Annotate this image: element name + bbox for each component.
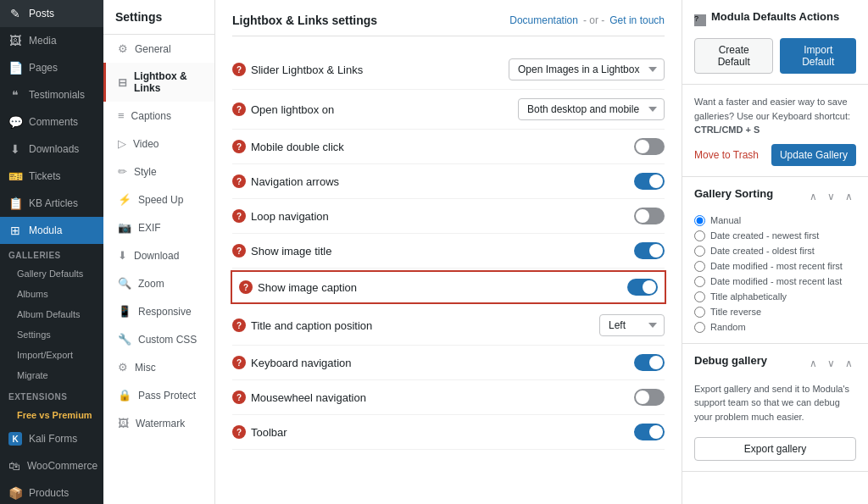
setting-label-text: Title and caption position <box>251 319 372 332</box>
sort-option-title-reverse[interactable]: Title reverse <box>694 307 856 318</box>
setting-loop-navigation: ? Loop navigation <box>232 199 665 234</box>
loop-navigation-toggle[interactable] <box>634 208 665 224</box>
sidebar-item-pages[interactable]: 📄 Pages <box>0 54 103 81</box>
get-in-touch-link[interactable]: Get in touch <box>609 14 665 26</box>
pass-protect-nav-icon: 🔒 <box>118 389 131 402</box>
settings-nav-item-captions[interactable]: ≡ Captions <box>103 102 214 130</box>
import-default-button[interactable]: Import Default <box>780 38 856 74</box>
settings-nav-item-pass-protect[interactable]: 🔒 Pass Protect <box>103 381 214 409</box>
setting-label: ? Mobile double click <box>232 140 634 153</box>
title-caption-position-select[interactable]: Left Center Right <box>599 314 665 336</box>
exif-nav-icon: 📷 <box>118 221 131 234</box>
help-badge[interactable]: ? <box>232 174 246 188</box>
open-lightbox-select[interactable]: Both desktop and mobile Desktop only Mob… <box>518 98 665 120</box>
sidebar-item-kb-articles[interactable]: 📋 KB Articles <box>0 190 103 217</box>
custom-css-nav-icon: 🔧 <box>118 333 131 346</box>
setting-show-image-caption: ? Show image caption <box>231 270 666 304</box>
sort-option-title-alpha[interactable]: Title alphabetically <box>694 291 856 302</box>
pages-icon: 📄 <box>8 61 22 75</box>
sidebar-subitem-album-defaults[interactable]: Album Defaults <box>0 304 103 324</box>
create-default-button[interactable]: Create Default <box>694 38 773 74</box>
collapse-up-button[interactable]: ∧ <box>806 189 821 204</box>
sort-option-manual[interactable]: Manual <box>694 215 856 226</box>
toggle-slider <box>634 173 665 190</box>
setting-show-image-title: ? Show image title <box>232 234 665 269</box>
setting-label-text: Slider Lightbox & Links <box>251 64 363 76</box>
help-badge[interactable]: ? <box>239 280 253 294</box>
settings-nav-item-video[interactable]: ▷ Video <box>103 130 214 158</box>
help-badge[interactable]: ? <box>232 390 246 404</box>
settings-nav-item-watermark[interactable]: 🖼 Watermark <box>103 409 214 437</box>
move-to-trash-link[interactable]: Move to Trash <box>694 149 759 161</box>
collapse-close-button[interactable]: ∧ <box>842 189 856 204</box>
sidebar-item-modula[interactable]: ⊞ Modula <box>0 217 103 244</box>
sidebar-item-comments[interactable]: 💬 Comments <box>0 108 103 136</box>
settings-nav-item-general[interactable]: ⚙ General <box>103 35 214 63</box>
mobile-double-click-toggle[interactable] <box>634 138 665 155</box>
lightbox-nav-icon: ⊟ <box>118 76 127 89</box>
sidebar-item-testimonials[interactable]: ❝ Testimonials <box>0 81 103 108</box>
setting-label-text: Toolbar <box>251 426 287 439</box>
debug-collapse-down[interactable]: ∨ <box>824 356 838 371</box>
sidebar-item-posts[interactable]: ✎ Posts <box>0 0 103 27</box>
settings-nav-item-download[interactable]: ⬇ Download <box>103 241 214 269</box>
settings-nav-item-responsive[interactable]: 📱 Responsive <box>103 297 214 325</box>
sort-option-date-oldest[interactable]: Date created - oldest first <box>694 246 856 257</box>
settings-nav-item-style[interactable]: ✏ Style <box>103 158 214 186</box>
help-badge[interactable]: ? <box>232 102 246 116</box>
settings-nav-item-misc[interactable]: ⚙ Misc <box>103 353 214 381</box>
sidebar-subitem-migrate[interactable]: Migrate <box>0 365 103 385</box>
sidebar-subitem-albums[interactable]: Albums <box>0 284 103 304</box>
documentation-link[interactable]: Documentation <box>509 14 578 26</box>
sidebar-subitem-settings[interactable]: Settings <box>0 324 103 345</box>
help-badge[interactable]: ? <box>232 318 246 332</box>
sidebar-item-media[interactable]: 🖼 Media <box>0 27 103 54</box>
toggle-slider <box>634 138 665 155</box>
setting-label: ? Navigation arrows <box>232 174 634 188</box>
export-gallery-button[interactable]: Export gallery <box>694 437 856 461</box>
help-badge[interactable]: ? <box>232 356 246 369</box>
settings-nav-item-zoom[interactable]: 🔍 Zoom <box>103 269 214 297</box>
debug-collapse-close[interactable]: ∧ <box>842 356 856 371</box>
mousewheel-navigation-toggle[interactable] <box>634 389 665 406</box>
sort-option-modified-recent[interactable]: Date modified - most recent first <box>694 261 856 272</box>
help-badge[interactable]: ? <box>694 14 706 26</box>
collapse-down-button[interactable]: ∨ <box>824 189 838 204</box>
modula-icon: ⊞ <box>8 224 22 237</box>
sidebar-item-kali-forms[interactable]: K Kali Forms <box>0 425 103 452</box>
help-badge[interactable]: ? <box>232 244 246 258</box>
toggle-slider <box>634 242 665 259</box>
debug-collapse-up[interactable]: ∧ <box>806 356 821 371</box>
sidebar-subitem-import-export[interactable]: Import/Export <box>0 345 103 365</box>
sidebar-item-downloads[interactable]: ⬇ Downloads <box>0 136 103 163</box>
setting-label: ? Open lightbox on <box>232 102 518 116</box>
defaults-action-buttons: Create Default Import Default <box>694 38 856 74</box>
products-icon: 📦 <box>8 486 22 500</box>
keyboard-navigation-toggle[interactable] <box>634 354 665 371</box>
settings-nav-item-lightbox[interactable]: ⊟ Lightbox & Links <box>103 63 214 102</box>
show-image-title-toggle[interactable] <box>634 242 665 259</box>
show-image-caption-toggle[interactable] <box>627 279 658 296</box>
toolbar-toggle[interactable] <box>634 424 665 440</box>
help-badge[interactable]: ? <box>232 140 246 153</box>
help-badge[interactable]: ? <box>232 425 246 439</box>
settings-nav-item-exif[interactable]: 📷 EXIF <box>103 213 214 241</box>
sort-option-date-newest[interactable]: Date created - newest first <box>694 230 856 241</box>
sidebar-item-products[interactable]: 📦 Products <box>0 479 103 504</box>
settings-nav-item-speed-up[interactable]: ⚡ Speed Up <box>103 186 214 213</box>
general-nav-icon: ⚙ <box>118 42 128 55</box>
slider-lightbox-select[interactable]: Open Images in a Lightbox Link to image … <box>509 58 665 80</box>
navigation-arrows-toggle[interactable] <box>634 173 665 190</box>
help-badge[interactable]: ? <box>232 209 246 223</box>
settings-nav-item-custom-css[interactable]: 🔧 Custom CSS <box>103 325 214 353</box>
sidebar-subitem-gallery-defaults[interactable]: Gallery Defaults <box>0 263 103 284</box>
sidebar-item-tickets[interactable]: 🎫 Tickets <box>0 163 103 190</box>
setting-open-lightbox-on: ? Open lightbox on Both desktop and mobi… <box>232 90 665 130</box>
help-badge[interactable]: ? <box>232 63 246 76</box>
sidebar-item-label: Posts <box>29 8 54 19</box>
sidebar-subitem-free-vs-premium[interactable]: Free vs Premium <box>0 405 103 425</box>
sidebar-item-woocommerce[interactable]: 🛍 WooCommerce <box>0 452 103 479</box>
sort-option-modified-last[interactable]: Date modified - most recent last <box>694 276 856 287</box>
update-gallery-button[interactable]: Update Gallery <box>771 144 856 166</box>
sort-option-random[interactable]: Random <box>694 322 856 333</box>
